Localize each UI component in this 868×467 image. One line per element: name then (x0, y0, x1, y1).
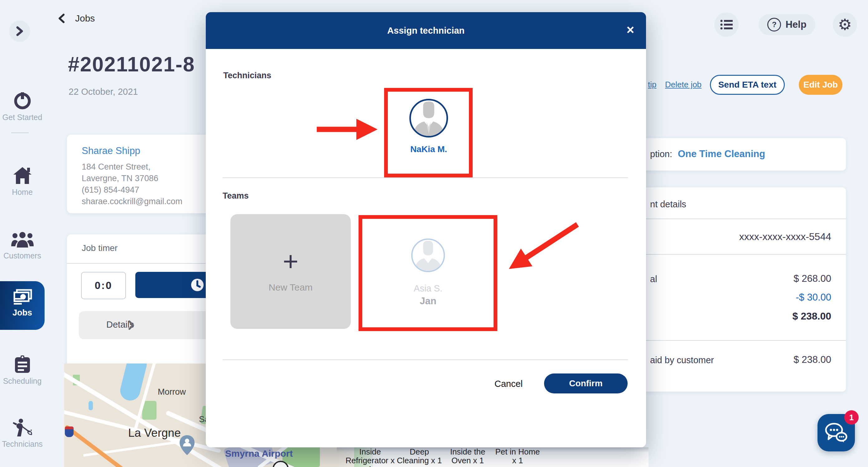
job-timer-title: Job timer (82, 243, 118, 253)
description-card: ption: One Time Cleaning (636, 138, 846, 170)
details-expander[interactable]: Details (79, 311, 221, 339)
power-icon (12, 90, 32, 111)
sidebar-item-label: Customers (0, 251, 44, 260)
payment-divider (636, 219, 846, 219)
card-number: xxxx-xxxx-xxxx-5544 (739, 231, 831, 243)
map-label-smyrna-airport: Smyrna Airport (225, 448, 293, 459)
job-timer-divider (67, 263, 223, 264)
payment-row-label: al (650, 274, 657, 284)
map-label-la-vergne: La Vergne (128, 427, 181, 440)
technicians-heading: Technicians (223, 71, 271, 81)
close-icon[interactable]: × (626, 21, 634, 39)
payment-divider (636, 340, 846, 341)
chevron-right-icon (16, 26, 24, 36)
customers-icon (10, 231, 34, 249)
home-icon (12, 166, 33, 185)
annotation-box-team (359, 215, 497, 331)
gear-icon: ⚙ (838, 17, 852, 32)
sidebar-item-customers[interactable]: Customers (0, 231, 44, 260)
edit-job-label: Edit Job (803, 80, 838, 90)
annotation-box-technician (384, 88, 473, 177)
teams-heading: Teams (223, 191, 249, 201)
map-interstate-shield-icon (65, 427, 73, 437)
payment-row-value: $ 268.00 (794, 273, 831, 284)
sidebar-item-label: Technicians (0, 440, 44, 448)
customer-email: sharae.cockrill@gmail.com (82, 197, 182, 207)
timer-value-box: 0:0 (81, 272, 126, 299)
modal-header: Assign technician × (206, 12, 646, 49)
app-screen: Get Started Home Customers (0, 0, 868, 467)
sidebar-item-label: Home (0, 188, 44, 197)
chat-badge: 1 (844, 410, 859, 425)
service-item: Pet in Home x 1 (493, 447, 542, 465)
help-label: Help (785, 19, 806, 30)
modal-title: Assign technician (206, 12, 646, 49)
service-item: Deep Cleaning x 1 (396, 447, 443, 465)
customer-address-line2: Lavergne, TN 37086 (82, 174, 158, 183)
sidebar-item-scheduling[interactable]: Scheduling (0, 355, 44, 386)
job-timer-card: Job timer 0:0 S Details (67, 235, 223, 369)
annotation-arrow-team (496, 217, 586, 282)
new-team-label: New Team (230, 282, 351, 293)
payment-heading: nt details (650, 199, 686, 210)
sidebar-item-home[interactable]: Home (0, 166, 44, 197)
list-icon (720, 19, 733, 30)
map-pin-icon[interactable] (179, 435, 195, 456)
new-team-button[interactable]: + New Team (230, 214, 351, 329)
customer-card: Sharae Shipp 184 Center Street, Lavergne… (67, 135, 223, 213)
confirm-label: Confirm (569, 378, 602, 388)
payment-divider (636, 254, 846, 255)
clock-icon (191, 278, 204, 291)
sidebar-expand-button[interactable] (9, 21, 30, 42)
paid-by-customer-label: aid by customer (650, 355, 714, 365)
sidebar: Get Started Home Customers (0, 0, 44, 467)
sidebar-item-label: Get Started (0, 113, 44, 122)
sidebar-divider (11, 132, 29, 133)
sidebar-item-jobs[interactable]: Jobs (0, 281, 44, 330)
scheduling-icon (14, 355, 31, 374)
help-icon: ? (767, 18, 781, 31)
customer-phone: (615) 854-4947 (82, 185, 140, 195)
technicians-icon (11, 418, 33, 437)
sidebar-item-label: Scheduling (0, 377, 44, 386)
map-label-morrow: Morrow (158, 387, 186, 397)
payment-details-card: nt details xxxx-xxxx-xxxx-5544 al $ 268.… (636, 187, 846, 392)
modal-divider (223, 360, 628, 360)
service-item: Inside Refrigerator x 1 (345, 447, 395, 467)
sidebar-item-get-started[interactable]: Get Started (0, 90, 44, 122)
modal-divider (223, 177, 628, 178)
customer-name[interactable]: Sharae Shipp (82, 145, 140, 156)
send-eta-label: Send ETA text (718, 80, 777, 90)
breadcrumb[interactable]: Jobs (58, 13, 95, 24)
confirm-button[interactable]: Confirm (544, 373, 628, 394)
page-title: #20211021-8 (68, 52, 195, 76)
sidebar-item-technicians[interactable]: Technicians (0, 418, 44, 448)
service-item: Inside the Oven x 1 (443, 447, 493, 465)
payment-discount-value: -$ 30.00 (796, 292, 831, 303)
chevron-right-icon (128, 320, 134, 330)
services-strip: Inside Refrigerator x 1 Deep Cleaning x … (337, 447, 649, 467)
delete-job-link[interactable]: Delete job (665, 80, 702, 90)
settings-button[interactable]: ⚙ (833, 12, 857, 37)
customer-address-line1: 184 Center Street, (82, 162, 151, 172)
paid-by-customer-value: $ 238.00 (794, 354, 831, 365)
edit-job-button[interactable]: Edit Job (799, 75, 842, 95)
chevron-left-icon[interactable] (58, 13, 65, 23)
job-date: 22 October, 2021 (69, 87, 138, 97)
list-view-button[interactable] (714, 12, 739, 37)
send-eta-button[interactable]: Send ETA text (710, 75, 785, 95)
plus-icon: + (230, 248, 351, 275)
chat-widget-button[interactable]: 1 (817, 414, 855, 452)
breadcrumb-label: Jobs (75, 13, 95, 24)
cancel-button[interactable]: Cancel (495, 379, 523, 389)
map-park (142, 401, 156, 419)
timer-value: 0:0 (95, 280, 113, 291)
tip-link[interactable]: tip (648, 80, 656, 90)
jobs-icon (12, 289, 32, 305)
description-label: ption: (650, 149, 672, 159)
sidebar-item-label: Jobs (0, 308, 44, 318)
help-button[interactable]: ? Help (758, 14, 815, 35)
chat-bubbles-icon (825, 423, 848, 443)
description-value[interactable]: One Time Cleaning (678, 148, 765, 160)
payment-total-value: $ 238.00 (792, 311, 831, 322)
